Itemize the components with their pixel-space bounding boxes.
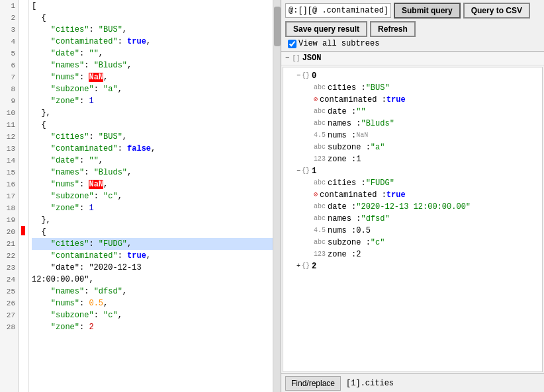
- tree-item[interactable]: abcsubzone : "c": [287, 237, 538, 249]
- code-line[interactable]: [: [32, 0, 273, 12]
- toolbar-row2: Save query result Refresh: [285, 21, 540, 37]
- tree-item[interactable]: 4.5nums : NaN: [287, 130, 538, 141]
- code-line[interactable]: },: [32, 214, 273, 226]
- code-line[interactable]: "subzone": "c",: [32, 190, 273, 202]
- code-line[interactable]: "nums": NaN,: [32, 71, 273, 83]
- tree-item-key: 1: [312, 165, 316, 177]
- code-line[interactable]: "contaminated": true,: [32, 250, 273, 262]
- tree-root-icon: −: [285, 54, 290, 62]
- tree-item[interactable]: +{}2: [287, 260, 538, 272]
- tree-item[interactable]: abcnames : "dfsd": [287, 213, 538, 225]
- tree-expand-icon[interactable]: −: [296, 70, 300, 82]
- line-number: 18: [0, 202, 15, 214]
- code-line[interactable]: "nums": 0.5,: [32, 297, 273, 309]
- line-number: 27: [0, 309, 15, 321]
- tree-item[interactable]: abccities : "FUDG": [287, 177, 538, 189]
- line-number: 21: [0, 238, 15, 250]
- find-replace-button[interactable]: Find/replace: [285, 376, 341, 391]
- line-number: 22: [0, 250, 15, 262]
- line-marker: [19, 286, 28, 297]
- code-line[interactable]: "subzone": "c",: [32, 309, 273, 321]
- code-line[interactable]: {: [32, 12, 273, 24]
- tree-type-icon: abc: [314, 141, 326, 153]
- scrollbar[interactable]: [273, 0, 281, 392]
- tree-type-icon: abc: [314, 106, 326, 118]
- line-marker: [19, 48, 28, 59]
- code-line[interactable]: "date": "",: [32, 48, 273, 59]
- line-marker: [19, 274, 28, 286]
- line-marker: [19, 59, 28, 71]
- code-line[interactable]: "cities": "FUDG",: [32, 238, 273, 250]
- save-query-result-button[interactable]: Save query result: [285, 21, 367, 37]
- line-number: 8: [0, 83, 15, 95]
- view-subtrees-label[interactable]: View all subtrees: [288, 39, 379, 48]
- tree-item[interactable]: ⊘contaminated : true: [287, 94, 538, 106]
- tree-item-key: date :: [328, 106, 356, 118]
- tree-expand-icon[interactable]: +: [296, 260, 300, 272]
- line-number: 19: [0, 214, 15, 226]
- tree-item-key: subzone :: [328, 237, 371, 249]
- scrollbar-thumb[interactable]: [274, 7, 281, 46]
- tree-item[interactable]: 123zone : 2: [287, 249, 538, 260]
- line-number: 17: [0, 190, 15, 202]
- code-line[interactable]: "contaminated": true,: [32, 36, 273, 48]
- tree-type-icon: 4.5: [314, 130, 326, 141]
- code-line[interactable]: "names": "Bluds",: [32, 167, 273, 178]
- tree-item[interactable]: abcsubzone : "a": [287, 141, 538, 153]
- code-line[interactable]: {: [32, 226, 273, 238]
- code-line[interactable]: {: [32, 119, 273, 131]
- code-line[interactable]: "date": "2020-12-13: [32, 262, 273, 274]
- tree-item[interactable]: 123zone : 1: [287, 153, 538, 165]
- tree-item[interactable]: abcdate : "": [287, 106, 538, 118]
- tree-item[interactable]: abcnames : "Bluds": [287, 118, 538, 130]
- line-number: 13: [0, 143, 15, 155]
- code-line[interactable]: "zone": 1: [32, 95, 273, 107]
- tree-type-icon: 123: [314, 153, 326, 165]
- tree-item[interactable]: abccities : "BUS": [287, 82, 538, 94]
- tree-item[interactable]: −{}1: [287, 165, 538, 177]
- submit-query-button[interactable]: Submit query: [394, 3, 461, 19]
- line-marker: [19, 24, 28, 36]
- editor-panel: 1234567891011121314151617181920212223242…: [0, 0, 281, 392]
- tree-item-key: zone :: [328, 153, 356, 165]
- refresh-button[interactable]: Refresh: [370, 21, 416, 37]
- line-number: 28: [0, 321, 15, 333]
- code-line[interactable]: "subzone": "a",: [32, 83, 273, 95]
- code-line[interactable]: "zone": 1: [32, 202, 273, 214]
- code-line[interactable]: "zone": 2: [32, 321, 273, 333]
- tree-item[interactable]: abcdate : "2020-12-13 12:00:00.00": [287, 201, 538, 213]
- code-line[interactable]: "names": "dfsd",: [32, 286, 273, 297]
- query-input[interactable]: [285, 3, 391, 18]
- tree-area[interactable]: −{}0abccities : "BUS"⊘contaminated : tru…: [283, 67, 543, 372]
- code-line[interactable]: "cities": "BUS",: [32, 24, 273, 36]
- code-line[interactable]: "names": "Bluds",: [32, 59, 273, 71]
- tree-type-icon: abc: [314, 201, 326, 213]
- toolbar-row1: Submit query Query to CSV: [285, 3, 540, 19]
- tree-type-icon: {}: [302, 70, 310, 82]
- query-to-csv-button[interactable]: Query to CSV: [463, 3, 530, 19]
- tree-item-key: cities :: [328, 82, 366, 94]
- code-line[interactable]: 12:00:00.00",: [32, 274, 273, 286]
- line-number: 20: [0, 226, 15, 238]
- line-number: 23: [0, 262, 15, 274]
- tree-type-icon: abc: [314, 237, 326, 249]
- tree-expand-icon[interactable]: −: [296, 165, 300, 177]
- code-line[interactable]: "nums": NaN,: [32, 178, 273, 190]
- tree-item[interactable]: −{}0: [287, 70, 538, 82]
- code-line[interactable]: "date": "",: [32, 155, 273, 167]
- code-content[interactable]: [ { "cities": "BUS", "contaminated": tru…: [29, 0, 273, 392]
- line-number: 9: [0, 95, 15, 107]
- code-line[interactable]: "cities": "BUS",: [32, 131, 273, 143]
- code-line[interactable]: "contaminated": false,: [32, 143, 273, 155]
- view-subtrees-checkbox[interactable]: [288, 40, 296, 48]
- tree-item-key: subzone :: [328, 141, 371, 153]
- tree-item[interactable]: ⊘contaminated : true: [287, 189, 538, 201]
- line-marker: [19, 119, 28, 131]
- tree-item[interactable]: 4.5nums : 0.5: [287, 225, 538, 237]
- line-marker: [19, 95, 28, 107]
- tree-item-key: 2: [312, 260, 316, 272]
- line-number: 5: [0, 48, 15, 59]
- line-marker: [19, 297, 28, 309]
- line-marker: [19, 71, 28, 83]
- code-line[interactable]: },: [32, 107, 273, 119]
